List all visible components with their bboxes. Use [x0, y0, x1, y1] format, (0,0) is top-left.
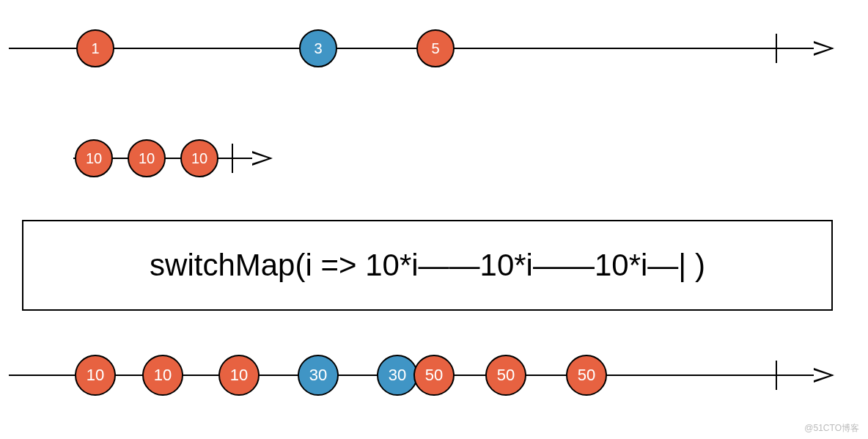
inner-marble-2: 10	[180, 139, 218, 177]
marble-label: 10	[230, 366, 248, 385]
output-marble-2: 10	[218, 355, 260, 396]
output-marble-4: 30	[377, 355, 418, 396]
marble-label: 50	[425, 366, 443, 385]
marble-label: 1	[91, 40, 99, 57]
marble-label: 5	[431, 40, 439, 57]
inner-marble-1: 10	[128, 139, 166, 177]
operator-box: switchMap(i => 10*i——10*i——10*i—| )	[22, 220, 833, 311]
marble-label: 30	[309, 366, 327, 385]
inner-marble-0: 10	[75, 139, 113, 177]
source-marble-3: 3	[299, 29, 337, 67]
operator-label: switchMap(i => 10*i——10*i——10*i—| )	[150, 248, 705, 283]
output-marble-0: 10	[75, 355, 116, 396]
marble-label: 10	[154, 366, 172, 385]
marble-label: 10	[139, 150, 155, 167]
marble-label: 50	[578, 366, 595, 385]
output-marble-3: 30	[298, 355, 339, 396]
inner-complete-tick	[232, 144, 233, 173]
output-marble-5: 50	[413, 355, 455, 396]
marble-label: 3	[314, 40, 322, 57]
output-marble-6: 50	[485, 355, 526, 396]
marble-label: 10	[191, 150, 207, 167]
watermark: @51CTO博客	[804, 422, 859, 435]
source-arrow-icon	[814, 41, 834, 56]
inner-arrow-icon	[252, 151, 273, 166]
source-marble-1: 1	[76, 29, 114, 67]
marble-label: 10	[86, 150, 102, 167]
output-marble-7: 50	[566, 355, 607, 396]
output-arrow-icon	[814, 368, 834, 383]
marble-label: 50	[497, 366, 515, 385]
source-marble-5: 5	[416, 29, 455, 67]
marble-label: 30	[389, 366, 406, 385]
marble-label: 10	[87, 366, 104, 385]
output-complete-tick	[776, 361, 777, 390]
output-marble-1: 10	[142, 355, 183, 396]
source-complete-tick	[776, 34, 777, 63]
